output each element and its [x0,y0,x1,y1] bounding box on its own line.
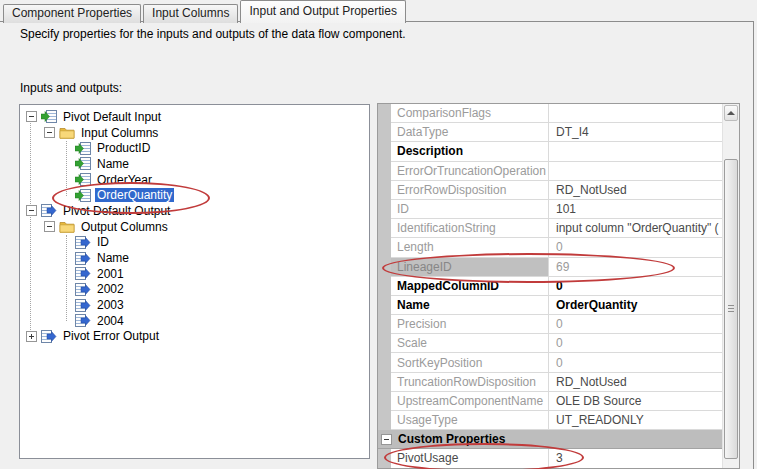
property-value-cell[interactable]: 69 [549,260,722,274]
grid-row-Name: NameOrderQuantity [391,296,722,315]
property-value-cell[interactable]: RD_NotUsed [549,375,722,389]
property-name-cell[interactable]: PivotUsage [391,449,549,467]
property-name-cell[interactable]: Precision [391,315,549,333]
property-value-cell[interactable]: 3 [549,451,722,465]
property-value-cell[interactable]: 0 [549,279,722,293]
tree-item-2002[interactable]: 2002 [20,282,369,298]
grid-row-MappedColumnID: MappedColumnID0 [391,277,722,296]
property-name-cell[interactable]: ComparisonFlags [391,104,549,122]
property-value-cell[interactable]: OrderQuantity [549,298,722,312]
tree-item-2003[interactable]: 2003 [20,297,369,313]
grid-row-Precision: Precision0 [391,315,722,334]
tree-item-ID[interactable]: ID [20,235,369,251]
output-column-icon [41,330,57,343]
plus-expander-icon[interactable] [26,331,37,342]
tab-component-properties[interactable]: Component Properties [3,4,141,23]
input-column-icon [75,157,91,170]
grid-row-Length: Length0 [391,238,722,257]
property-value-cell[interactable]: UT_READONLY [549,413,722,427]
property-value-cell[interactable]: 101 [549,202,722,216]
minus-expander-icon[interactable] [381,434,392,445]
minus-expander-icon[interactable] [26,111,37,122]
output-column-icon [75,299,91,312]
folder-icon [59,126,75,139]
scrollbar-up-button[interactable] [724,105,738,121]
property-name-cell[interactable]: DataType [391,123,549,141]
input-column-icon [41,110,57,123]
tree-item-Name[interactable]: Name [20,156,369,172]
tree-item-label: Pivot Default Output [61,204,172,218]
folder-icon [59,220,75,233]
grid-row-TruncationRowDisposition: TruncationRowDispositionRD_NotUsed [391,373,722,392]
property-value-cell[interactable]: 0 [549,240,722,254]
property-name-cell[interactable]: LineageID [391,258,549,276]
input-column-icon [75,142,91,155]
tree-item-label: 2004 [95,314,126,328]
property-name-cell[interactable]: Name [391,296,549,314]
scrollbar-grip-icon [728,305,734,312]
input-column-icon [75,189,91,202]
output-column-icon [75,267,91,280]
inputs-outputs-tree: Pivot Default InputInput ColumnsProductI… [19,104,370,459]
tree-item-label: Pivot Error Output [61,329,161,343]
tree-item-label: ID [95,235,111,249]
minus-expander-icon[interactable] [44,127,55,138]
tree-item-Pivot-Default-Output[interactable]: Pivot Default Output [20,203,369,219]
tree-item-Output-Columns[interactable]: Output Columns [20,219,369,235]
property-name-cell[interactable]: ErrorOrTruncationOperation [391,162,549,180]
tree-item-label: Output Columns [79,220,170,234]
grid-row-UsageType: UsageTypeUT_READONLY [391,411,722,430]
property-value-cell[interactable]: 0 [549,336,722,350]
property-name-cell[interactable]: Description [391,142,549,160]
tree-item-Pivot-Default-Input[interactable]: Pivot Default Input [20,109,369,125]
tab-input-and-output-properties[interactable]: Input and Output Properties [240,0,405,23]
property-value-cell[interactable]: 0 [549,317,722,331]
output-column-icon [41,204,57,217]
tree-item-label: 2002 [95,282,126,296]
property-value-cell[interactable]: OLE DB Source [549,394,722,408]
property-name-cell[interactable]: ID [391,200,549,218]
minus-expander-icon[interactable] [44,221,55,232]
tree-item-Name[interactable]: Name [20,250,369,266]
grid-row-DataType: DataTypeDT_I4 [391,123,722,142]
property-name-cell[interactable]: IdentificationString [391,219,549,237]
property-value-cell[interactable]: 0 [549,356,722,370]
property-name-cell[interactable]: SortKeyPosition [391,353,549,371]
grid-row-ComparisonFlags: ComparisonFlags [391,104,722,123]
category-label: Custom Properties [398,432,505,446]
advanced-editor-dialog: { "tabs": [ {"label": "Component Propert… [0,0,757,469]
grid-row-ErrorOrTruncationOperation: ErrorOrTruncationOperation [391,162,722,181]
tree-item-OrderYear[interactable]: OrderYear [20,172,369,188]
grid-scrollbar[interactable] [722,104,739,468]
tree-item-Input-Columns[interactable]: Input Columns [20,125,369,141]
property-name-cell[interactable]: Scale [391,334,549,352]
scrollbar-thumb[interactable] [724,159,738,459]
output-column-icon [75,283,91,296]
property-name-cell[interactable]: Length [391,238,549,256]
tree-item-ProductID[interactable]: ProductID [20,140,369,156]
grid-row-IdentificationString: IdentificationStringinput column "OrderQ… [391,219,722,238]
property-name-cell[interactable]: TruncationRowDisposition [391,373,549,391]
property-name-cell[interactable]: UpstreamComponentName [391,392,549,410]
tree-item-2001[interactable]: 2001 [20,266,369,282]
tree-item-2004[interactable]: 2004 [20,313,369,329]
grid-row-Description: Description [391,142,722,161]
tree-item-label: Input Columns [79,126,160,140]
tab-input-columns[interactable]: Input Columns [143,4,238,23]
property-name-cell[interactable]: MappedColumnID [391,277,549,295]
page-description: Specify properties for the inputs and ou… [20,27,406,41]
property-value-cell[interactable]: DT_I4 [549,125,722,139]
output-column-icon [75,236,91,249]
property-name-cell[interactable]: UsageType [391,411,549,429]
property-value-cell[interactable]: RD_NotUsed [549,183,722,197]
tree-item-label: Name [95,251,131,265]
tree-item-OrderQuantity[interactable]: OrderQuantity [20,187,369,203]
output-column-icon [75,314,91,327]
property-value-cell[interactable]: input column "OrderQuantity" ( [549,221,722,235]
tree-item-label: ProductID [95,141,152,155]
property-name-cell[interactable]: ErrorRowDisposition [391,181,549,199]
output-column-icon [75,252,91,265]
minus-expander-icon[interactable] [26,205,37,216]
grid-row-Scale: Scale0 [391,334,722,353]
tree-item-Pivot-Error-Output[interactable]: Pivot Error Output [20,329,369,345]
